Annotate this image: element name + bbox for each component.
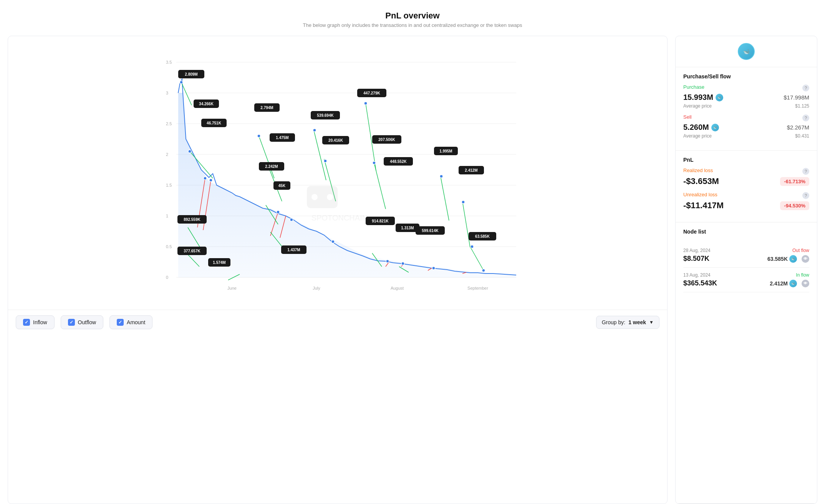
svg-text:2.809M: 2.809M — [185, 72, 197, 76]
inflow-checkbox[interactable] — [23, 319, 30, 326]
svg-point-48 — [401, 262, 404, 265]
purchase-avg-row: Average price $1.125 — [683, 103, 809, 109]
y-label-0: 0 — [166, 275, 168, 280]
pnl-section: PnL Realized loss ? -$3.653M -61.713% — [676, 151, 817, 222]
node-2-token: 2.412M 🐋 👁 — [770, 280, 809, 287]
node-2-date: 13 Aug, 2024 — [683, 272, 711, 278]
svg-text:2.242M: 2.242M — [265, 164, 278, 169]
svg-line-32 — [462, 201, 470, 247]
purchase-usd: $17.998M — [784, 94, 809, 101]
svg-point-36 — [204, 177, 207, 180]
group-by-prefix: Group by: — [602, 319, 625, 325]
svg-point-35 — [188, 150, 191, 153]
realized-loss-badge: -61.713% — [780, 177, 809, 186]
y-label-25: 2.5 — [166, 121, 172, 126]
svg-point-41 — [290, 218, 293, 221]
svg-text:2.412M: 2.412M — [465, 168, 477, 172]
node-2-token-icon: 🐋 — [789, 280, 797, 287]
realized-loss-row: -$3.653M -61.713% — [683, 176, 809, 186]
svg-text:20.416K: 20.416K — [328, 138, 343, 143]
svg-text:46.751K: 46.751K — [207, 121, 222, 125]
svg-line-21 — [259, 136, 274, 178]
svg-point-52 — [470, 245, 474, 248]
svg-line-31 — [441, 176, 449, 220]
node-1-token-value: 63.585K — [767, 256, 788, 262]
purchase-sell-title: Purchase/Sell flow — [683, 73, 809, 80]
page-title: PnL overview — [8, 11, 817, 21]
node-list-title: Node list — [683, 229, 706, 235]
svg-line-28 — [374, 163, 386, 209]
svg-line-33 — [470, 247, 484, 270]
svg-point-34 — [180, 81, 183, 84]
unrealized-loss-value: -$11.417M — [683, 201, 724, 211]
node-list-section: Node list 28 Aug, 2024 Out flow $8.507K … — [676, 222, 817, 504]
svg-point-45 — [364, 102, 367, 105]
y-label-1: 1 — [166, 214, 168, 218]
svg-text:1.313M: 1.313M — [401, 226, 414, 230]
sell-avg-label: Average price — [683, 133, 712, 139]
svg-point-40 — [277, 211, 280, 214]
panel-logo-section: 🐋 — [676, 36, 817, 67]
sell-value: 5.260M — [683, 123, 709, 132]
realized-help-icon[interactable]: ? — [802, 168, 809, 175]
node-2-date-row: 13 Aug, 2024 In flow — [683, 272, 809, 278]
svg-point-50 — [440, 175, 443, 178]
svg-text:1.995M: 1.995M — [439, 149, 452, 153]
svg-text:63.585K: 63.585K — [475, 234, 490, 239]
svg-point-43 — [324, 159, 327, 162]
sell-avg-row: Average price $0.431 — [683, 133, 809, 139]
outflow-filter[interactable]: Outflow — [61, 315, 103, 329]
sell-help-icon[interactable]: ? — [802, 114, 809, 121]
token-logo: 🐋 — [738, 43, 755, 60]
sell-avg-value: $0.431 — [795, 133, 809, 139]
unrealized-loss-row: -$11.417M -94.530% — [683, 201, 809, 211]
node-item-2: 13 Aug, 2024 In flow $365.543K 2.412M 🐋 … — [683, 268, 809, 292]
unrealized-help-icon[interactable]: ? — [802, 192, 809, 199]
sell-usd: $2.267M — [787, 124, 809, 131]
sell-label: Sell — [683, 114, 692, 120]
svg-text:599.614K: 599.614K — [422, 229, 439, 233]
inflow-filter[interactable]: Inflow — [16, 315, 55, 329]
svg-point-38 — [257, 134, 260, 138]
amount-checkbox[interactable] — [117, 319, 124, 326]
svg-text:34.266K: 34.266K — [199, 102, 214, 106]
x-label-july: July — [313, 286, 320, 290]
purchase-avg-value: $1.125 — [795, 103, 809, 109]
group-by-selector[interactable]: Group by: 1 week ▼ — [596, 316, 659, 329]
page-header: PnL overview The below graph only includ… — [0, 0, 825, 32]
sell-token-icon: 🐋 — [711, 124, 719, 131]
pnl-title: PnL — [683, 157, 809, 163]
realized-loss-block: Realized loss ? -$3.653M -61.713% — [683, 167, 809, 186]
watermark: SPOTONCHAIN — [307, 186, 368, 222]
outflow-label: Outflow — [78, 319, 96, 325]
svg-text:892.559K: 892.559K — [184, 217, 200, 222]
svg-text:1.437M: 1.437M — [287, 248, 300, 252]
right-panel: 🐋 Purchase/Sell flow Purchase ? 15.993M … — [675, 36, 817, 504]
y-label-35: 3.5 — [166, 60, 172, 65]
svg-text:1.574M: 1.574M — [213, 260, 225, 265]
svg-point-47 — [386, 260, 389, 263]
amount-filter[interactable]: Amount — [109, 315, 152, 329]
purchase-token-icon: 🐋 — [716, 94, 723, 101]
unrealized-loss-block: Unrealized loss ? -$11.417M -94.530% — [683, 192, 809, 211]
svg-text:448.552K: 448.552K — [390, 159, 407, 164]
node-2-usd: $365.543K — [683, 279, 717, 287]
node-1-flow-label: Out flow — [792, 248, 809, 253]
y-label-2: 2 — [166, 152, 168, 157]
svg-text:377.657K: 377.657K — [184, 249, 200, 253]
unrealized-loss-label: Unrealized loss — [683, 192, 717, 197]
y-label-3: 3 — [166, 91, 168, 95]
svg-text:207.506K: 207.506K — [378, 138, 395, 142]
unrealized-loss-badge: -94.530% — [780, 201, 809, 210]
sell-block: Sell ? 5.260M 🐋 $2.267M Average price $0… — [683, 114, 809, 139]
x-label-september: September — [467, 286, 488, 290]
node-1-eye-icon[interactable]: 👁 — [802, 255, 809, 263]
outflow-checkbox[interactable] — [68, 319, 75, 326]
svg-point-44 — [331, 240, 335, 243]
amount-label: Amount — [127, 319, 145, 325]
node-2-eye-icon[interactable]: 👁 — [802, 280, 809, 287]
chart-area: 3.5 3 2.5 2 1.5 1 0.5 0 — [8, 36, 668, 504]
svg-point-55 — [311, 194, 318, 200]
filter-bar: Inflow Outflow Amount Group by: 1 week ▼ — [8, 310, 667, 335]
purchase-help-icon[interactable]: ? — [802, 85, 809, 91]
